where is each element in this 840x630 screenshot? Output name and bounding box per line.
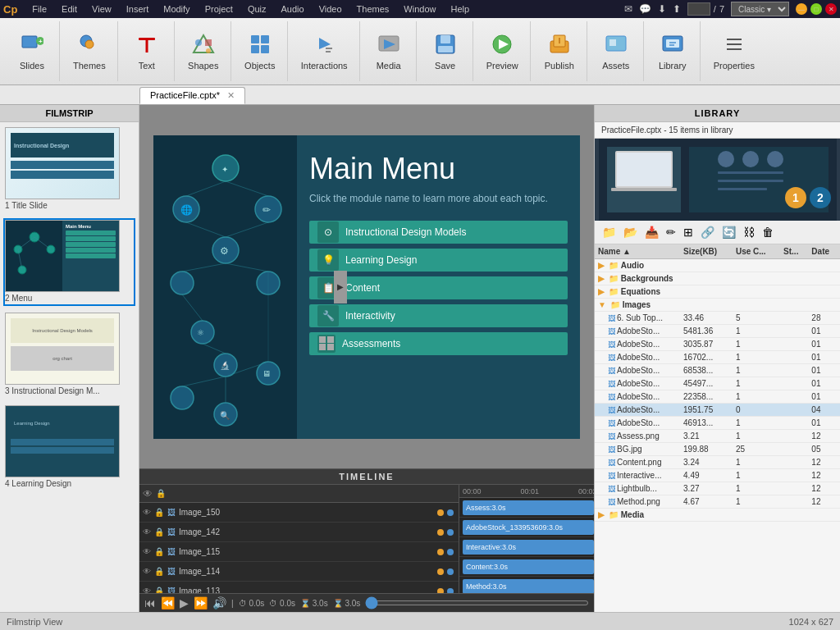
ribbon-btn-preview[interactable]: Preview [482, 23, 523, 80]
lib-refresh-button[interactable]: 🔄 [719, 224, 738, 240]
lib-import-button[interactable]: 📥 [642, 224, 661, 240]
slide-thumb-4[interactable]: Learning Design 4 Learning Design [3, 404, 135, 491]
ribbon-btn-shapes[interactable]: Shapes [183, 23, 224, 80]
menu-btn-learning[interactable]: 💡 Learning Design [309, 249, 568, 272]
lib-table-row[interactable]: 🖼AdobeSto... 5481.36 1 01 [595, 325, 840, 338]
lib-col-use[interactable]: Use C... [733, 244, 780, 259]
lib-table-row[interactable]: 🖼Assess.png 3.21 1 12 [595, 430, 840, 443]
lib-table-row[interactable]: ▶ 📁Backgrounds [595, 272, 840, 285]
tl-eye-5[interactable]: 👁 [143, 587, 151, 593]
ribbon-btn-properties[interactable]: Properties [709, 23, 760, 80]
lib-table-row[interactable]: 🖼Content.png 3.24 1 12 [595, 456, 840, 469]
lib-table-row[interactable]: 🖼AdobeSto... 22358... 1 01 [595, 390, 840, 404]
lib-col-name[interactable]: Name ▲ [595, 244, 680, 259]
tl-lock-1[interactable]: 🔒 [154, 508, 164, 517]
timeline-scrubber[interactable] [365, 600, 589, 605]
menu-audio[interactable]: Audio [278, 2, 308, 16]
tl-audio-button[interactable]: 🔊 [212, 596, 226, 609]
lib-table-row[interactable]: 🖼AdobeSto... 45497... 1 01 [595, 377, 840, 390]
lib-table-row[interactable]: ▶ 📁Equations [595, 285, 840, 299]
menu-btn-instructional[interactable]: ⊙ Instructional Design Models [309, 221, 568, 244]
ribbon-btn-library[interactable]: Library [652, 23, 693, 80]
menu-btn-content[interactable]: 📋 Content [309, 276, 568, 299]
lib-table-row[interactable]: 🖼Interactive... 4.49 1 12 [595, 469, 840, 482]
lib-table-row[interactable]: 🖼AdobeSto... 16702... 1 01 [595, 351, 840, 364]
tl-bar-4[interactable]: Content:3.0s [463, 559, 594, 574]
ribbon-btn-publish[interactable]: Publish [539, 23, 580, 80]
slide-thumb-1[interactable]: Instructional Design 1 Title Slide [3, 126, 135, 213]
tl-eye-3[interactable]: 👁 [143, 547, 151, 556]
lib-table-row[interactable]: ▶ 📁Audio [595, 259, 840, 272]
lib-col-st[interactable]: St... [780, 244, 808, 259]
lib-table-row[interactable]: 🖼Lightbulb... 3.27 1 12 [595, 482, 840, 495]
slide-thumb-2[interactable]: Main Menu 2 Menu [3, 218, 135, 306]
tl-go-start-button[interactable]: ⏮ [144, 596, 156, 609]
tl-eye-2[interactable]: 👁 [143, 527, 151, 536]
menu-insert[interactable]: Insert [123, 2, 153, 16]
lib-table-row[interactable]: ▶ 📁Media [595, 509, 840, 522]
lib-table-row[interactable]: 🖼BG.jpg 199.88 25 05 [595, 443, 840, 456]
page-number-input[interactable]: 2 [687, 2, 710, 16]
tl-eye-1[interactable]: 👁 [143, 508, 151, 517]
tab-practicefile[interactable]: PracticeFile.cptx* ✕ [139, 87, 245, 104]
tl-step-back-button[interactable]: ⏪ [161, 596, 175, 609]
lib-table-row[interactable]: 🖼6. Sub Top... 33.46 5 28 [595, 312, 840, 325]
lib-table-row[interactable]: 🖼AdobeSto... 1951.75 0 04 [595, 404, 840, 417]
tab-close-button[interactable]: ✕ [227, 90, 235, 100]
slide-thumb-3[interactable]: Instructional Design Models org chart 3 … [3, 311, 135, 399]
ribbon-btn-themes[interactable]: Themes [68, 23, 111, 80]
menu-btn-assessments[interactable]: Assessments [309, 332, 568, 355]
menu-help[interactable]: Help [447, 2, 472, 16]
canvas-scroll-right-button[interactable]: ▶ [334, 271, 347, 304]
tl-lock-3[interactable]: 🔒 [154, 547, 164, 556]
tl-bar-1[interactable]: Assess:3.0s [463, 500, 594, 515]
tl-lock-2[interactable]: 🔒 [154, 527, 164, 536]
lib-table-row[interactable]: 🖼Method.png 4.67 1 12 [595, 495, 840, 509]
tl-bar-3[interactable]: Interactive:3.0s [463, 540, 594, 555]
menu-window[interactable]: Window [400, 2, 439, 16]
lib-table-row[interactable]: ▼ 📁Images [595, 299, 840, 312]
ribbon-btn-objects[interactable]: Objects [240, 23, 281, 80]
lib-table-row[interactable]: 🖼AdobeSto... 3035.87 1 01 [595, 338, 840, 351]
view-mode-select[interactable]: Classic ▾ [731, 2, 789, 16]
tl-play-button[interactable]: ▶ [180, 596, 189, 609]
lib-table[interactable]: Name ▲ Size(KB) Use C... St... Date ▶ 📁A… [595, 244, 840, 612]
menu-themes[interactable]: Themes [354, 2, 393, 16]
maximize-button[interactable]: □ [810, 3, 822, 15]
menu-file[interactable]: File [29, 2, 50, 16]
lib-table-row[interactable]: 🖼AdobeSto... 68538... 1 01 [595, 364, 840, 377]
lib-folder-button[interactable]: 📁 [600, 224, 619, 240]
lib-col-date[interactable]: Date [808, 244, 840, 259]
close-button[interactable]: ✕ [825, 3, 837, 15]
lib-folder-open-button[interactable]: 📂 [621, 224, 640, 240]
tl-bar-5[interactable]: Method:3.0s [463, 579, 594, 594]
lib-edit-button[interactable]: ✏ [664, 224, 678, 240]
tl-step-forward-button[interactable]: ⏩ [194, 596, 208, 609]
timeline-tracks[interactable]: 00:00 00:01 00:02 00:03 END Assess:3.0s … [459, 485, 594, 593]
tl-bar-2[interactable]: AdobeStock_133953609:3.0s [463, 520, 594, 535]
menu-project[interactable]: Project [202, 2, 236, 16]
lib-delete-button[interactable]: 🗑 [760, 224, 776, 240]
ribbon-btn-slides[interactable]: + Slides [11, 23, 52, 80]
menu-btn-interactivity[interactable]: 🔧 Interactivity [309, 304, 568, 327]
ribbon-btn-save[interactable]: Save [425, 23, 466, 80]
menu-quiz[interactable]: Quiz [244, 2, 270, 16]
menu-video[interactable]: Video [316, 2, 345, 16]
lib-chain-button[interactable]: ⛓ [741, 224, 757, 240]
minimize-button[interactable]: — [796, 3, 807, 15]
menu-view[interactable]: View [89, 2, 115, 16]
tl-eye-4[interactable]: 👁 [143, 567, 151, 576]
tl-lock-4[interactable]: 🔒 [154, 567, 164, 576]
ribbon-btn-media[interactable]: Media [368, 23, 409, 80]
filmstrip-content[interactable]: Instructional Design 1 Title Slide [0, 122, 139, 612]
lib-col-size[interactable]: Size(KB) [680, 244, 733, 259]
ribbon-btn-assets[interactable]: Assets [596, 23, 637, 80]
lib-table-row[interactable]: 🖼AdobeSto... 46913... 1 01 [595, 417, 840, 430]
lib-grid-button[interactable]: ⊞ [681, 224, 696, 240]
tl-lock-5[interactable]: 🔒 [154, 587, 164, 593]
menu-edit[interactable]: Edit [58, 2, 80, 16]
ribbon-btn-interactions[interactable]: Interactions [296, 23, 353, 80]
lib-link-button[interactable]: 🔗 [698, 224, 717, 240]
menu-modify[interactable]: Modify [160, 2, 193, 16]
ribbon-btn-text[interactable]: Text [126, 23, 167, 80]
